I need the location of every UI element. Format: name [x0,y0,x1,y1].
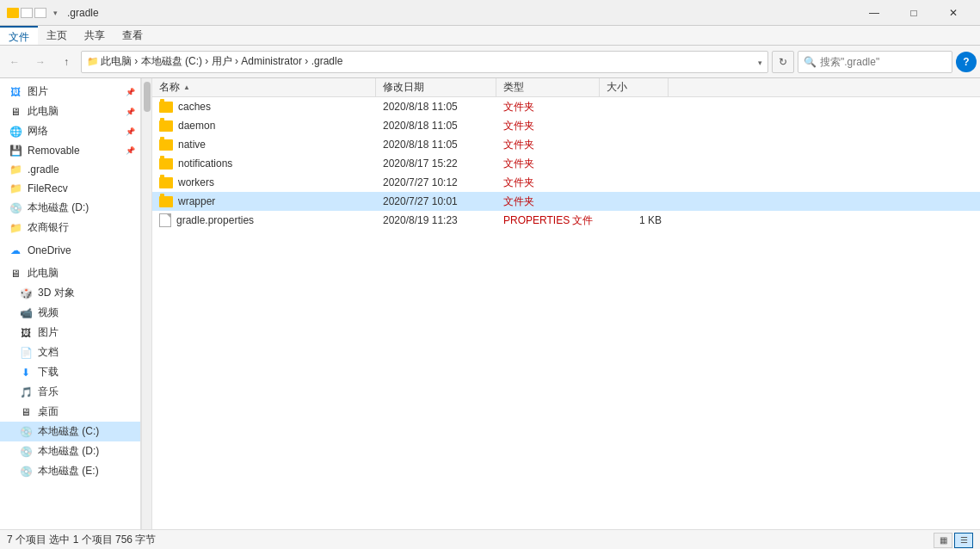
sidebar-item-music[interactable]: 🎵 音乐 [0,382,140,402]
status-views: ▦ ☰ [934,533,973,548]
file-type: 文件夹 [496,116,600,135]
maximize-button[interactable]: □ [894,0,934,26]
sidebar-item-thispc-quick[interactable]: 🖥 此电脑 📌 [0,102,140,121]
desktop-icon: 🖥 [19,405,33,419]
sidebar-item-video[interactable]: 📹 视频 [0,303,140,323]
sidebar-item-diskd[interactable]: 💿 本地磁盘 (D:) [0,441,140,461]
folder-icon [159,196,173,207]
folder-icon [159,158,173,170]
file-name: workers [152,173,376,192]
file-size [600,154,669,173]
table-row[interactable]: native 2020/8/18 11:05 文件夹 [152,135,980,154]
file-name: wrapper [152,192,376,211]
sort-arrow: ▲ [183,83,190,91]
file-area: 名称 ▲ 修改日期 类型 大小 caches 2020/8/18 11:05 [152,78,980,529]
sidebar-item-network-quick[interactable]: 🌐 网络 📌 [0,121,140,141]
file-date: 2020/8/19 11:23 [376,211,496,230]
sidebar-scroll-thumb [144,82,151,112]
table-row[interactable]: gradle.properties 2020/8/19 11:23 PROPER… [152,211,980,230]
sidebar-item-onedrive[interactable]: ☁ OneDrive [0,241,140,260]
col-header-type[interactable]: 类型 [496,78,600,96]
sidebar-item-diskd-quick[interactable]: 💿 本地磁盘 (D:) [0,198,140,218]
file-name: daemon [152,116,376,135]
sidebar-item-thispc[interactable]: 🖥 此电脑 [0,263,140,283]
address-bar[interactable]: 📁 此电脑 › 本地磁盘 (C:) › 用户 › Administrator ›… [81,51,768,73]
file-type: 文件夹 [496,97,600,116]
table-row[interactable]: workers 2020/7/27 10:12 文件夹 [152,173,980,192]
file-size [600,173,669,192]
sidebar-item-diskc[interactable]: 💿 本地磁盘 (C:) [0,422,140,441]
music-icon: 🎵 [19,386,33,399]
table-row[interactable]: notifications 2020/8/17 15:22 文件夹 [152,154,980,173]
folder-icon [159,120,173,132]
file-type: 文件夹 [496,154,600,173]
file-type: 文件夹 [496,192,600,211]
help-button[interactable]: ? [956,52,977,72]
pictures-icon: 🖼 [9,85,22,99]
status-text: 7 个项目 选中 1 个项目 756 字节 [7,533,927,547]
sidebar-item-documents[interactable]: 📄 文档 [0,342,140,362]
title-icon-blank [21,8,33,18]
up-button[interactable]: ↑ [55,51,77,73]
tab-file[interactable]: 文件 [0,26,38,45]
sidebar-item-gradle[interactable]: 📁 .gradle [0,160,140,179]
tab-home[interactable]: 主页 [38,26,76,45]
tab-share[interactable]: 共享 [76,26,114,45]
removable-icon: 💾 [9,144,22,157]
table-row[interactable]: caches 2020/8/18 11:05 文件夹 [152,97,980,116]
filerecv-folder-icon: 📁 [9,182,22,195]
diskd2-icon: 💿 [19,445,33,459]
sidebar-item-filerecv[interactable]: 📁 FileRecv [0,179,140,198]
refresh-button[interactable]: ↻ [772,51,794,73]
file-date: 2020/8/18 11:05 [376,135,496,154]
view-list-button[interactable]: ☰ [954,533,973,548]
file-date: 2020/7/27 10:01 [376,192,496,211]
documents-icon: 📄 [19,346,33,360]
col-header-size[interactable]: 大小 [600,78,669,96]
address-folder-icon: 📁 [87,56,99,67]
diskc-icon: 💿 [19,425,33,439]
sidebar-scrollbar[interactable] [141,78,151,529]
folder-icon [159,139,173,151]
search-input[interactable] [820,56,932,68]
search-icon: 🔍 [804,56,817,68]
table-row[interactable]: wrapper 2020/7/27 10:01 文件夹 [152,192,980,211]
forward-button[interactable]: → [29,51,52,73]
view-grid-button[interactable]: ▦ [934,533,952,548]
tab-view[interactable]: 查看 [114,26,151,45]
sidebar-item-downloads[interactable]: ⬇ 下载 [0,362,140,382]
sidebar-item-desktop[interactable]: 🖥 桌面 [0,402,140,422]
file-name: gradle.properties [152,211,376,230]
col-header-name[interactable]: 名称 ▲ [152,78,376,96]
minimize-button[interactable]: — [854,0,894,26]
video-icon: 📹 [19,306,33,320]
title-bar-controls: — □ ✕ [854,0,973,26]
main-layout: 🖼 图片 📌 🖥 此电脑 📌 🌐 网络 📌 💾 Removable 📌 📁 [0,78,980,529]
file-list: caches 2020/8/18 11:05 文件夹 daemon 2020/8… [152,97,980,529]
sidebar-item-removable[interactable]: 💾 Removable 📌 [0,141,140,160]
title-dropdown[interactable]: ▾ [48,6,62,20]
gradle-folder-icon: 📁 [9,163,22,176]
sidebar-item-pictures[interactable]: 🖼 图片 [0,323,140,342]
sidebar-item-diske[interactable]: 💿 本地磁盘 (E:) [0,461,140,481]
file-size [600,97,669,116]
search-box[interactable]: 🔍 [798,51,952,73]
ribbon: 文件 主页 共享 查看 [0,26,980,46]
sidebar-item-nongshang[interactable]: 📁 农商银行 [0,218,140,237]
file-size [600,192,669,211]
sidebar-container: 🖼 图片 📌 🖥 此电脑 📌 🌐 网络 📌 💾 Removable 📌 📁 [0,78,152,529]
table-row[interactable]: daemon 2020/8/18 11:05 文件夹 [152,116,980,135]
col-header-date[interactable]: 修改日期 [376,78,496,96]
file-date: 2020/8/18 11:05 [376,116,496,135]
file-type: 文件夹 [496,173,600,192]
pin-icon3: 📌 [126,127,135,136]
downloads-icon: ⬇ [19,366,33,379]
nongshang-folder-icon: 📁 [9,221,22,235]
back-button[interactable]: ← [3,51,26,73]
close-button[interactable]: ✕ [934,0,973,26]
sidebar-item-pictures-quick[interactable]: 🖼 图片 📌 [0,82,140,102]
address-dropdown-icon[interactable]: ▾ [758,56,762,68]
sidebar-item-3d[interactable]: 🎲 3D 对象 [0,283,140,303]
pin-icon2: 📌 [126,108,135,116]
network-icon: 🌐 [9,125,22,139]
